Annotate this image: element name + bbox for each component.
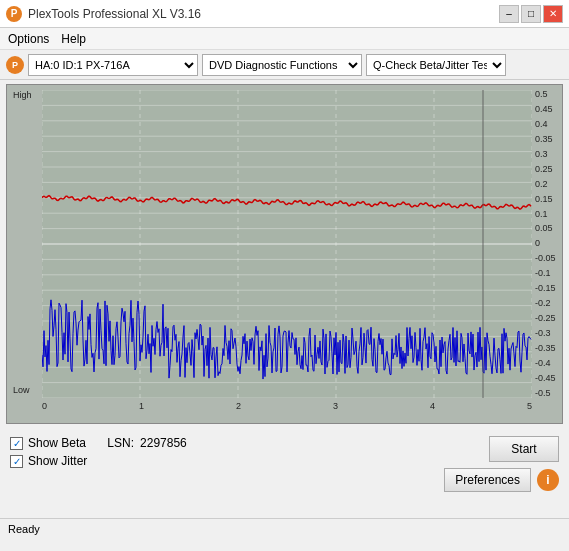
device-icon: P [6,56,24,74]
title-left: P PlexTools Professional XL V3.16 [6,6,201,22]
maximize-button[interactable]: □ [521,5,541,23]
title-controls[interactable]: – □ ✕ [499,5,563,23]
test-select[interactable]: Q-Check Beta/Jitter Test [366,54,506,76]
right-controls: Start Preferences i [444,434,559,492]
chart-area: High Low 0.5 0.45 0.4 0.35 0.3 0.25 0.2 … [6,84,563,424]
info-button[interactable]: i [537,469,559,491]
minimize-button[interactable]: – [499,5,519,23]
show-jitter-checkbox[interactable] [10,455,23,468]
start-button[interactable]: Start [489,436,559,462]
app-icon: P [6,6,22,22]
lsn-value: 2297856 [140,436,187,450]
bottom-panel: Show Beta Show Jitter LSN: 2297856 Start… [0,428,569,518]
menu-bar: Options Help [0,28,569,50]
menu-help[interactable]: Help [61,32,86,46]
lsn-area: LSN: 2297856 [107,434,186,450]
title-bar: P PlexTools Professional XL V3.16 – □ ✕ [0,0,569,28]
y-axis-right: 0.5 0.45 0.4 0.35 0.3 0.25 0.2 0.15 0.1 … [532,90,562,398]
close-button[interactable]: ✕ [543,5,563,23]
chart-canvas [42,90,532,398]
preferences-button[interactable]: Preferences [444,468,531,492]
show-jitter-row[interactable]: Show Jitter [10,454,87,468]
show-beta-label: Show Beta [28,436,86,450]
high-label: High [13,90,32,100]
lsn-label: LSN: [107,436,134,450]
menu-options[interactable]: Options [8,32,49,46]
x-axis: 0 1 2 3 4 5 [42,398,532,418]
status-bar: Ready [0,518,569,538]
prefs-row: Preferences i [444,468,559,492]
low-label: Low [13,385,30,395]
function-select[interactable]: DVD Diagnostic Functions [202,54,362,76]
chart-canvas-area [42,90,532,398]
checkboxes: Show Beta Show Jitter [10,434,87,468]
device-select[interactable]: HA:0 ID:1 PX-716A [28,54,198,76]
show-jitter-label: Show Jitter [28,454,87,468]
status-text: Ready [8,523,40,535]
title-text: PlexTools Professional XL V3.16 [28,7,201,21]
show-beta-row[interactable]: Show Beta [10,436,87,450]
toolbar: P HA:0 ID:1 PX-716A DVD Diagnostic Funct… [0,50,569,80]
show-beta-checkbox[interactable] [10,437,23,450]
